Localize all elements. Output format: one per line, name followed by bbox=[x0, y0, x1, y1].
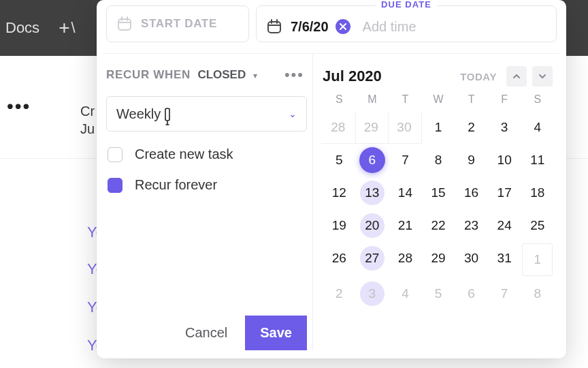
calendar-day[interactable]: 23 bbox=[455, 209, 488, 242]
date-picker-modal: START DATE DUE DATE 7/6/20 Add time RECU… bbox=[97, 0, 566, 358]
calendar-day[interactable]: 1 bbox=[422, 111, 455, 144]
due-date-field[interactable]: DUE DATE 7/6/20 Add time bbox=[256, 5, 557, 42]
calendar-day[interactable]: 25 bbox=[521, 209, 554, 242]
calendar-icon bbox=[116, 16, 133, 32]
dow-cell: W bbox=[422, 93, 455, 106]
calendar-day[interactable]: 26 bbox=[323, 242, 356, 275]
bg-cr: Cr bbox=[80, 104, 95, 119]
calendar-panel: Jul 2020 TODAY SMTWTFS 28293012345678910… bbox=[313, 53, 559, 350]
calendar-day[interactable]: 30 bbox=[455, 242, 488, 275]
calendar-day[interactable]: 27 bbox=[356, 242, 389, 275]
start-date-placeholder: START DATE bbox=[141, 17, 217, 31]
dow-cell: M bbox=[356, 93, 389, 106]
calendar-day[interactable]: 1 bbox=[522, 243, 553, 276]
calendar-day[interactable]: 7 bbox=[488, 277, 521, 310]
recur-forever-checkbox[interactable]: Recur forever bbox=[106, 177, 307, 193]
calendar-day[interactable]: 8 bbox=[521, 277, 554, 310]
today-button[interactable]: TODAY bbox=[460, 71, 497, 82]
day-of-week-header: SMTWTFS bbox=[323, 93, 554, 106]
chevron-up-icon bbox=[512, 72, 521, 80]
calendar-day[interactable]: 24 bbox=[488, 209, 521, 242]
chevron-down-icon bbox=[538, 72, 546, 80]
calendar-day[interactable]: 28 bbox=[389, 242, 422, 275]
calendar-day[interactable]: 30 bbox=[387, 111, 422, 144]
dow-cell: S bbox=[521, 93, 554, 106]
calendar-day[interactable]: 6 bbox=[356, 144, 389, 177]
calendar-day[interactable]: 3 bbox=[488, 111, 521, 144]
calendar-day[interactable]: 15 bbox=[422, 177, 455, 209]
calendar-day[interactable]: 5 bbox=[323, 144, 356, 177]
calendar-icon bbox=[266, 18, 282, 35]
dow-cell: F bbox=[488, 93, 521, 106]
calendar-day[interactable]: 2 bbox=[455, 111, 488, 144]
calendar-day[interactable]: 22 bbox=[422, 209, 455, 242]
calendar-day[interactable]: 16 bbox=[455, 177, 488, 209]
calendar-day[interactable]: 11 bbox=[521, 144, 554, 177]
calendar-day[interactable]: 2 bbox=[323, 277, 356, 310]
calendar-day[interactable]: 31 bbox=[488, 242, 521, 275]
add-icon[interactable]: + bbox=[59, 17, 69, 39]
calendar-day[interactable]: 5 bbox=[422, 277, 455, 310]
calendar-day[interactable]: 4 bbox=[521, 111, 554, 144]
calendar-day[interactable]: 7 bbox=[389, 144, 422, 177]
calendar-day[interactable]: 14 bbox=[389, 177, 422, 209]
add-time-button[interactable]: Add time bbox=[363, 19, 416, 35]
due-date-label: DUE DATE bbox=[376, 0, 437, 10]
calendar-day[interactable]: 9 bbox=[455, 144, 488, 177]
calendar-day[interactable]: 29 bbox=[355, 111, 389, 144]
cursor-icon bbox=[160, 108, 175, 129]
calendar-day[interactable]: 18 bbox=[521, 177, 554, 209]
more-options-icon[interactable]: ••• bbox=[284, 66, 304, 84]
month-title: Jul 2020 bbox=[323, 67, 382, 85]
dow-cell: T bbox=[389, 93, 422, 106]
frequency-select[interactable]: Weekly ⌄ bbox=[106, 96, 307, 132]
start-date-field[interactable]: START DATE bbox=[106, 5, 249, 42]
calendar-day[interactable]: 3 bbox=[356, 277, 389, 310]
recur-forever-label: Recur forever bbox=[135, 177, 217, 193]
save-button[interactable]: Save bbox=[245, 316, 307, 350]
calendar-day[interactable]: 20 bbox=[356, 209, 389, 242]
create-new-label: Create new task bbox=[135, 147, 233, 162]
due-date-value: 7/6/20 bbox=[291, 19, 329, 35]
calendar-day[interactable]: 6 bbox=[455, 277, 488, 310]
checkbox-checked-icon bbox=[108, 178, 122, 193]
next-month-button[interactable] bbox=[532, 66, 553, 87]
close-icon bbox=[340, 23, 346, 30]
prev-month-button[interactable] bbox=[506, 66, 527, 87]
calendar-day[interactable]: 19 bbox=[323, 209, 356, 242]
docs-tab[interactable]: Docs bbox=[5, 19, 39, 37]
clear-due-date-button[interactable] bbox=[336, 19, 350, 34]
chevron-down-icon: ⌄ bbox=[289, 108, 297, 119]
calendar-day[interactable]: 4 bbox=[389, 277, 422, 310]
calendar-grid: 2829301234567891011121314151617181920212… bbox=[323, 111, 554, 310]
create-new-task-checkbox[interactable]: Create new task bbox=[106, 147, 307, 162]
add-stub: \ bbox=[71, 19, 75, 37]
svg-rect-4 bbox=[268, 22, 280, 33]
dow-cell: T bbox=[455, 93, 488, 106]
calendar-day[interactable]: 21 bbox=[389, 209, 422, 242]
cancel-button[interactable]: Cancel bbox=[170, 316, 242, 350]
calendar-day[interactable]: 13 bbox=[356, 177, 389, 209]
frequency-value: Weekly bbox=[116, 106, 161, 122]
calendar-day[interactable]: 28 bbox=[321, 111, 356, 144]
bg-ju: Ju bbox=[80, 121, 95, 137]
recurrence-panel: RECUR WHEN CLOSED ▾ ••• Weekly ⌄ Create … bbox=[103, 53, 313, 350]
calendar-day[interactable]: 8 bbox=[422, 144, 455, 177]
calendar-day[interactable]: 12 bbox=[323, 177, 356, 209]
checkbox-icon bbox=[108, 147, 122, 162]
calendar-day[interactable]: 10 bbox=[488, 144, 521, 177]
svg-rect-0 bbox=[118, 19, 131, 30]
calendar-day[interactable]: 29 bbox=[422, 242, 455, 275]
dow-cell: S bbox=[323, 93, 356, 106]
recur-when-dropdown[interactable]: RECUR WHEN CLOSED ▾ bbox=[106, 68, 257, 82]
calendar-day[interactable]: 17 bbox=[488, 177, 521, 209]
chevron-down-icon: ▾ bbox=[253, 71, 257, 80]
